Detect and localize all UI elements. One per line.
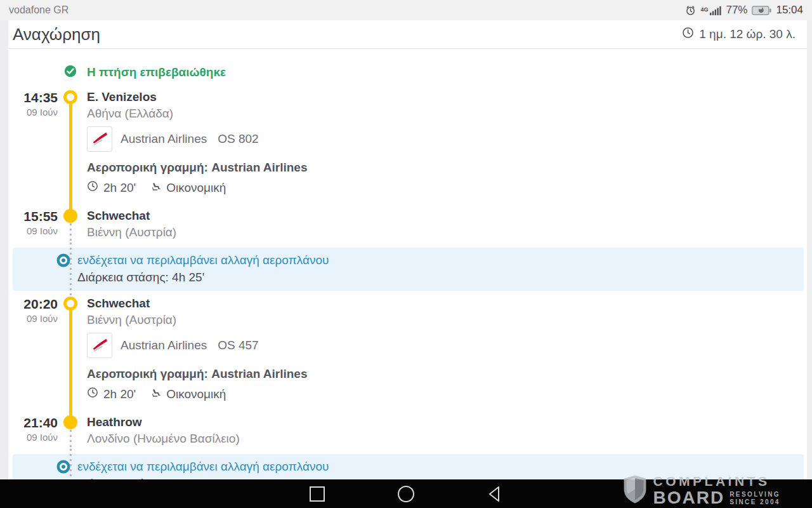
- airline-logo-icon: [87, 333, 112, 358]
- timeline-stop-arrival-vienna: 15:55 09 Ιούν Schwechat Βιέννη (Αυστρία): [8, 206, 807, 243]
- page-title: Αναχώρηση: [13, 25, 100, 44]
- check-circle-icon: [64, 65, 77, 80]
- airport-city: Βιέννη (Αυστρία): [87, 312, 807, 328]
- stop-time: 21:40: [8, 415, 58, 431]
- seat-icon: [151, 385, 161, 403]
- plane-change-icon: [56, 253, 70, 270]
- layover-notice-box[interactable]: ενδέχεται να περιλαμβάνει αλλαγή αεροπλά…: [13, 454, 804, 479]
- cabin-class: Οικονομική: [166, 385, 226, 403]
- seat-icon: [151, 179, 161, 197]
- stop-date: 09 Ιούν: [8, 225, 58, 237]
- flight-segment-1: Austrian Airlines OS 802 Αεροπορική γραμ…: [8, 124, 807, 206]
- network-type-label: 4G: [700, 4, 708, 13]
- flight-confirmed-row: Η πτήση επιβεβαιώθηκε: [8, 62, 807, 83]
- clock-icon: [87, 385, 98, 403]
- clock-icon: [87, 179, 98, 197]
- stop-date: 09 Ιούν: [8, 106, 58, 119]
- battery-percent-label: 77%: [726, 4, 747, 17]
- total-duration-label: 1 ημ. 12 ώρ. 30 λ.: [699, 27, 796, 41]
- flight-number: OS 457: [218, 338, 258, 352]
- departure-marker-icon: [63, 90, 77, 104]
- status-bar: vodafone GR 4G 77% 15:04: [0, 0, 812, 20]
- layover-duration: Διάρκεια στάσης: 16h 20': [77, 475, 797, 479]
- flight-duration: 2h 20': [103, 179, 136, 197]
- arrival-marker-icon: [63, 415, 77, 429]
- plane-change-notice[interactable]: ενδέχεται να περιλαμβάνει αλλαγή αεροπλά…: [77, 251, 797, 269]
- android-nav-bar: [0, 479, 812, 508]
- total-duration: 1 ημ. 12 ώρ. 30 λ.: [682, 27, 796, 42]
- recents-button[interactable]: [308, 485, 327, 504]
- airport-city: Αθήνα (Ελλάδα): [87, 105, 807, 122]
- header: Αναχώρηση 1 ημ. 12 ώρ. 30 λ.: [0, 20, 812, 49]
- airline-row-label: Αεροπορική γραμμή: Austrian Airlines: [87, 159, 807, 177]
- layover-section-1: ενδέχεται να περιλαμβάνει αλλαγή αεροπλά…: [8, 243, 807, 293]
- layover-duration: Διάρκεια στάσης: 4h 25': [77, 269, 797, 286]
- alarm-icon: [685, 5, 696, 16]
- airport-city: Βιέννη (Αυστρία): [87, 224, 807, 241]
- status-time-label: 15:04: [776, 4, 803, 17]
- carrier-label: vodafone GR: [9, 4, 69, 16]
- right-gutter: [807, 20, 812, 479]
- timeline-line-solid: [69, 330, 72, 412]
- flight-duration: 2h 20': [103, 385, 136, 403]
- status-icons: 4G 77% 15:04: [685, 4, 803, 17]
- stop-time: 14:35: [8, 90, 58, 106]
- home-button[interactable]: [396, 485, 416, 504]
- airline-name: Austrian Airlines: [121, 338, 207, 352]
- battery-icon: [752, 6, 771, 15]
- back-button[interactable]: [485, 485, 504, 504]
- flight-confirmed-label: Η πτήση επιβεβαιώθηκε: [87, 65, 226, 79]
- flight-number: OS 802: [218, 132, 258, 146]
- signal-icon: [710, 6, 721, 15]
- arrival-marker-icon: [63, 209, 77, 223]
- cabin-class: Οικονομική: [166, 179, 226, 197]
- timeline-stop-arrival-heathrow: 21:40 09 Ιούν Heathrow Λονδίνο (Ηνωμένο …: [8, 412, 807, 449]
- airport-name: Heathrow: [87, 412, 807, 431]
- left-gutter: [0, 20, 8, 479]
- airport-name: E. Venizelos: [87, 87, 807, 105]
- timeline-stop-departure: 14:35 09 Ιούν E. Venizelos Αθήνα (Ελλάδα…: [8, 87, 807, 124]
- stop-date: 09 Ιούν: [8, 431, 58, 444]
- plane-change-notice[interactable]: ενδέχεται να περιλαμβάνει αλλαγή αεροπλά…: [77, 458, 797, 475]
- layover-section-2: ενδέχεται να περιλαμβάνει αλλαγή αεροπλά…: [8, 449, 807, 479]
- stop-time: 15:55: [8, 208, 58, 225]
- stop-date: 09 Ιούν: [8, 312, 58, 325]
- timeline-line-solid: [69, 124, 72, 206]
- airport-name: Schwechat: [87, 206, 807, 224]
- timeline-stop-departure-vienna: 20:20 09 Ιούν Schwechat Βιέννη (Αυστρία): [8, 293, 807, 330]
- airline-name: Austrian Airlines: [121, 132, 207, 146]
- itinerary-timeline: Η πτήση επιβεβαιώθηκε 14:35 09 Ιούν E. V…: [8, 49, 807, 479]
- airline-logo-icon: [87, 126, 112, 152]
- plane-change-icon: [56, 460, 70, 476]
- layover-notice-box[interactable]: ενδέχεται να περιλαμβάνει αλλαγή αεροπλά…: [13, 248, 804, 291]
- airline-row-label: Αεροπορική γραμμή: Austrian Airlines: [87, 365, 807, 383]
- airport-city: Λονδίνο (Ηνωμένο Βασίλειο): [87, 431, 807, 447]
- stop-time: 20:20: [8, 296, 58, 312]
- clock-icon: [682, 27, 694, 42]
- departure-marker-icon: [63, 297, 77, 311]
- airport-name: Schwechat: [87, 293, 807, 312]
- flight-segment-2: Austrian Airlines OS 457 Αεροπορική γραμ…: [8, 330, 807, 412]
